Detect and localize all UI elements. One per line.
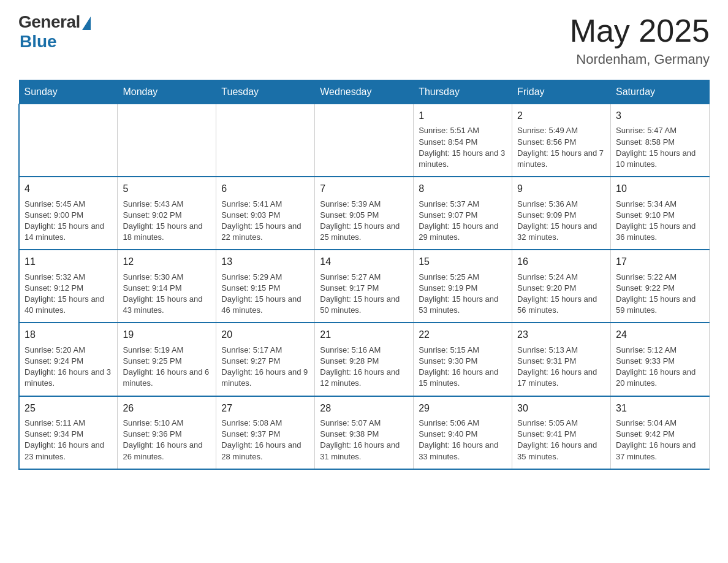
location-text: Nordenham, Germany (570, 52, 710, 67)
day-number: 17 (616, 255, 704, 269)
day-info: Sunrise: 5:08 AMSunset: 9:37 PMDaylight:… (221, 418, 309, 462)
day-cell: 2Sunrise: 5:49 AMSunset: 8:56 PMDaylight… (512, 104, 611, 177)
calendar-body: 1Sunrise: 5:51 AMSunset: 8:54 PMDaylight… (19, 104, 710, 469)
day-cell: 24Sunrise: 5:12 AMSunset: 9:33 PMDayligh… (611, 323, 710, 396)
day-info: Sunrise: 5:41 AMSunset: 9:03 PMDaylight:… (221, 199, 309, 243)
day-info: Sunrise: 5:25 AMSunset: 9:19 PMDaylight:… (419, 272, 507, 316)
week-row-3: 11Sunrise: 5:32 AMSunset: 9:12 PMDayligh… (19, 250, 710, 323)
day-info: Sunrise: 5:47 AMSunset: 8:58 PMDaylight:… (616, 125, 704, 170)
day-cell: 20Sunrise: 5:17 AMSunset: 9:27 PMDayligh… (216, 323, 315, 396)
day-number: 9 (517, 182, 605, 196)
day-cell: 27Sunrise: 5:08 AMSunset: 9:37 PMDayligh… (216, 396, 315, 469)
week-row-4: 18Sunrise: 5:20 AMSunset: 9:24 PMDayligh… (19, 323, 710, 396)
day-cell: 1Sunrise: 5:51 AMSunset: 8:54 PMDaylight… (414, 104, 512, 177)
day-cell: 14Sunrise: 5:27 AMSunset: 9:17 PMDayligh… (315, 250, 414, 323)
header-cell-thursday: Thursday (414, 80, 512, 104)
day-number: 27 (221, 402, 309, 415)
day-cell: 12Sunrise: 5:30 AMSunset: 9:14 PMDayligh… (118, 250, 216, 323)
day-number: 18 (25, 328, 112, 342)
day-number: 1 (419, 109, 507, 123)
day-cell: 13Sunrise: 5:29 AMSunset: 9:15 PMDayligh… (216, 250, 315, 323)
day-cell: 19Sunrise: 5:19 AMSunset: 9:25 PMDayligh… (118, 323, 216, 396)
day-number: 10 (616, 182, 704, 196)
day-cell: 5Sunrise: 5:43 AMSunset: 9:02 PMDaylight… (118, 177, 216, 250)
day-number: 25 (25, 402, 112, 415)
day-number: 22 (419, 328, 507, 342)
week-row-1: 1Sunrise: 5:51 AMSunset: 8:54 PMDaylight… (19, 104, 710, 177)
day-cell: 9Sunrise: 5:36 AMSunset: 9:09 PMDaylight… (512, 177, 611, 250)
header-cell-tuesday: Tuesday (216, 80, 315, 104)
day-info: Sunrise: 5:15 AMSunset: 9:30 PMDaylight:… (419, 345, 507, 389)
day-cell: 3Sunrise: 5:47 AMSunset: 8:58 PMDaylight… (611, 104, 710, 177)
day-info: Sunrise: 5:06 AMSunset: 9:40 PMDaylight:… (419, 418, 507, 462)
day-info: Sunrise: 5:51 AMSunset: 8:54 PMDaylight:… (419, 125, 507, 170)
day-info: Sunrise: 5:49 AMSunset: 8:56 PMDaylight:… (517, 125, 605, 170)
header-cell-saturday: Saturday (611, 80, 710, 104)
day-cell (315, 104, 414, 177)
day-number: 30 (517, 402, 605, 415)
day-cell: 16Sunrise: 5:24 AMSunset: 9:20 PMDayligh… (512, 250, 611, 323)
day-number: 31 (616, 402, 704, 415)
day-number: 24 (616, 328, 704, 342)
logo-blue-text: Blue (20, 32, 57, 52)
page-header: General Blue May 2025 Nordenham, Germany (18, 12, 710, 67)
day-info: Sunrise: 5:19 AMSunset: 9:25 PMDaylight:… (123, 345, 211, 389)
day-info: Sunrise: 5:05 AMSunset: 9:41 PMDaylight:… (517, 418, 605, 462)
day-info: Sunrise: 5:17 AMSunset: 9:27 PMDaylight:… (221, 345, 309, 389)
header-cell-monday: Monday (118, 80, 216, 104)
day-number: 2 (517, 109, 605, 123)
month-title: May 2025 (570, 12, 710, 49)
day-number: 12 (123, 255, 211, 269)
day-cell: 26Sunrise: 5:10 AMSunset: 9:36 PMDayligh… (118, 396, 216, 469)
day-number: 8 (419, 182, 507, 196)
day-info: Sunrise: 5:36 AMSunset: 9:09 PMDaylight:… (517, 199, 605, 243)
day-cell: 25Sunrise: 5:11 AMSunset: 9:34 PMDayligh… (19, 396, 118, 469)
day-cell: 30Sunrise: 5:05 AMSunset: 9:41 PMDayligh… (512, 396, 611, 469)
day-number: 20 (221, 328, 309, 342)
day-number: 21 (320, 328, 408, 342)
day-info: Sunrise: 5:29 AMSunset: 9:15 PMDaylight:… (221, 272, 309, 316)
day-info: Sunrise: 5:39 AMSunset: 9:05 PMDaylight:… (320, 199, 408, 243)
day-number: 26 (123, 402, 211, 415)
day-cell: 15Sunrise: 5:25 AMSunset: 9:19 PMDayligh… (414, 250, 512, 323)
day-info: Sunrise: 5:43 AMSunset: 9:02 PMDaylight:… (123, 199, 211, 243)
calendar-table: SundayMondayTuesdayWednesdayThursdayFrid… (18, 80, 710, 470)
header-cell-friday: Friday (512, 80, 611, 104)
day-number: 14 (320, 255, 408, 269)
title-area: May 2025 Nordenham, Germany (570, 12, 710, 67)
header-cell-wednesday: Wednesday (315, 80, 414, 104)
day-info: Sunrise: 5:30 AMSunset: 9:14 PMDaylight:… (123, 272, 211, 316)
day-info: Sunrise: 5:20 AMSunset: 9:24 PMDaylight:… (25, 345, 112, 389)
day-number: 7 (320, 182, 408, 196)
day-number: 5 (123, 182, 211, 196)
day-cell (19, 104, 118, 177)
day-info: Sunrise: 5:04 AMSunset: 9:42 PMDaylight:… (616, 418, 704, 462)
day-info: Sunrise: 5:22 AMSunset: 9:22 PMDaylight:… (616, 272, 704, 316)
day-cell: 17Sunrise: 5:22 AMSunset: 9:22 PMDayligh… (611, 250, 710, 323)
day-number: 4 (25, 182, 112, 196)
day-cell: 8Sunrise: 5:37 AMSunset: 9:07 PMDaylight… (414, 177, 512, 250)
day-info: Sunrise: 5:32 AMSunset: 9:12 PMDaylight:… (25, 272, 112, 316)
day-cell: 23Sunrise: 5:13 AMSunset: 9:31 PMDayligh… (512, 323, 611, 396)
day-info: Sunrise: 5:16 AMSunset: 9:28 PMDaylight:… (320, 345, 408, 389)
day-cell (118, 104, 216, 177)
day-number: 11 (25, 255, 112, 269)
week-row-2: 4Sunrise: 5:45 AMSunset: 9:00 PMDaylight… (19, 177, 710, 250)
day-info: Sunrise: 5:10 AMSunset: 9:36 PMDaylight:… (123, 418, 211, 462)
day-info: Sunrise: 5:07 AMSunset: 9:38 PMDaylight:… (320, 418, 408, 462)
day-cell: 31Sunrise: 5:04 AMSunset: 9:42 PMDayligh… (611, 396, 710, 469)
day-number: 15 (419, 255, 507, 269)
logo-general-text: General (18, 12, 80, 32)
day-info: Sunrise: 5:12 AMSunset: 9:33 PMDaylight:… (616, 345, 704, 389)
day-info: Sunrise: 5:24 AMSunset: 9:20 PMDaylight:… (517, 272, 605, 316)
day-cell: 6Sunrise: 5:41 AMSunset: 9:03 PMDaylight… (216, 177, 315, 250)
day-info: Sunrise: 5:37 AMSunset: 9:07 PMDaylight:… (419, 199, 507, 243)
day-cell: 10Sunrise: 5:34 AMSunset: 9:10 PMDayligh… (611, 177, 710, 250)
day-cell: 18Sunrise: 5:20 AMSunset: 9:24 PMDayligh… (19, 323, 118, 396)
day-number: 16 (517, 255, 605, 269)
logo: General Blue (18, 12, 91, 52)
day-cell: 7Sunrise: 5:39 AMSunset: 9:05 PMDaylight… (315, 177, 414, 250)
day-number: 19 (123, 328, 211, 342)
day-info: Sunrise: 5:13 AMSunset: 9:31 PMDaylight:… (517, 345, 605, 389)
week-row-5: 25Sunrise: 5:11 AMSunset: 9:34 PMDayligh… (19, 396, 710, 469)
